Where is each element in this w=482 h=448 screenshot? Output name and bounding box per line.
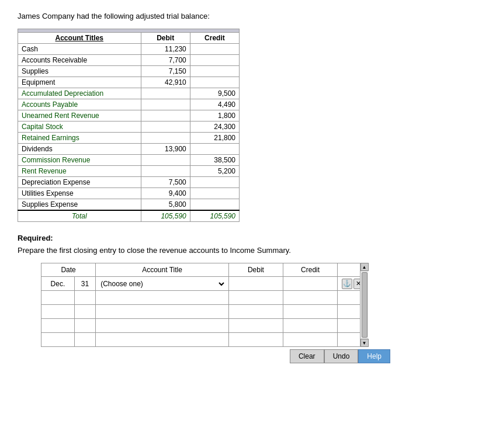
journal-debit[interactable] — [228, 319, 283, 333]
required-section: Required: Prepare the first closing entr… — [18, 234, 464, 255]
total-credit: 105,590 — [190, 210, 239, 222]
journal-debit[interactable] — [228, 305, 283, 319]
table-debit: 11,230 — [141, 44, 190, 55]
table-credit: 1,800 — [190, 110, 239, 121]
table-credit — [190, 199, 239, 211]
table-credit — [190, 144, 239, 155]
prepare-text: Prepare the first closing entry to close… — [18, 246, 464, 255]
journal-debit[interactable] — [228, 277, 283, 291]
table-credit: 24,300 — [190, 121, 239, 133]
table-credit: 9,500 — [190, 88, 239, 99]
table-credit — [190, 44, 239, 55]
journal-table: Date Account Title Debit Credit Dec. 31 … — [41, 263, 368, 347]
table-row: Accounts Receivable — [18, 55, 141, 66]
account-title-cell-empty[interactable] — [96, 305, 229, 319]
table-debit: 7,150 — [141, 66, 190, 77]
trial-balance-section: Account Titles Debit Credit Cash 11,230 … — [18, 29, 464, 222]
table-debit — [141, 110, 190, 121]
table-credit — [190, 177, 239, 188]
table-row: Supplies — [18, 66, 141, 77]
journal-day — [74, 305, 95, 319]
table-debit: 9,400 — [141, 188, 190, 199]
journal-date: Dec. — [41, 277, 75, 291]
table-row: Retained Earnings — [18, 133, 141, 144]
scroll-thumb[interactable] — [362, 272, 367, 338]
table-row: Accumulated Depreciation — [18, 88, 141, 99]
help-button[interactable]: Help — [358, 349, 390, 363]
table-row: Unearned Rent Revenue — [18, 110, 141, 121]
account-title-cell-empty[interactable] — [96, 319, 229, 333]
table-debit — [141, 99, 190, 110]
table-row: Rent Revenue — [18, 166, 141, 177]
journal-debit[interactable] — [228, 333, 283, 347]
table-credit: 4,490 — [190, 99, 239, 110]
table-row: Depreciation Expense — [18, 177, 141, 188]
table-row: Cash — [18, 44, 141, 55]
journal-wrapper: Date Account Title Debit Credit Dec. 31 … — [41, 263, 464, 347]
table-row: Accounts Payable — [18, 99, 141, 110]
table-credit — [190, 66, 239, 77]
total-debit: 105,590 — [141, 210, 190, 222]
account-title-cell-empty[interactable] — [96, 333, 229, 347]
table-debit: 42,910 — [141, 77, 190, 88]
undo-button[interactable]: Undo — [324, 349, 359, 363]
table-row: Utilities Expense — [18, 188, 141, 199]
journal-day — [74, 333, 95, 347]
journal-col-credit: Credit — [283, 263, 338, 277]
journal-day — [74, 319, 95, 333]
table-credit: 21,800 — [190, 133, 239, 144]
journal-col-debit: Debit — [228, 263, 283, 277]
table-debit — [141, 166, 190, 177]
journal-credit[interactable] — [283, 319, 338, 333]
journal-debit[interactable] — [228, 291, 283, 305]
col-header-account: Account Titles — [18, 33, 141, 44]
scroll-up-arrow[interactable]: ▲ — [360, 263, 369, 271]
table-row: Dividends — [18, 144, 141, 155]
col-header-debit: Debit — [141, 33, 190, 44]
table-credit: 5,200 — [190, 166, 239, 177]
table-row: Capital Stock — [18, 121, 141, 133]
journal-day: 31 — [74, 277, 95, 291]
col-header-credit: Credit — [190, 33, 239, 44]
journal-date — [41, 305, 75, 319]
scroll-down-arrow[interactable]: ▼ — [360, 339, 369, 347]
table-credit — [190, 188, 239, 199]
total-label: Total — [18, 210, 141, 222]
journal-credit[interactable] — [283, 277, 338, 291]
account-title-cell[interactable]: (Choose one)CashAccounts ReceivableSuppl… — [96, 277, 229, 291]
table-debit: 7,500 — [141, 177, 190, 188]
journal-date — [41, 291, 75, 305]
table-debit — [141, 88, 190, 99]
anchor-icon[interactable]: ⚓ — [342, 279, 352, 289]
table-debit: 5,800 — [141, 199, 190, 211]
account-select[interactable]: (Choose one)CashAccounts ReceivableSuppl… — [98, 279, 226, 289]
table-debit: 7,700 — [141, 55, 190, 66]
account-title-cell-empty[interactable] — [96, 291, 229, 305]
clear-button[interactable]: Clear — [290, 349, 324, 363]
table-credit: 38,500 — [190, 155, 239, 166]
journal-credit[interactable] — [283, 333, 338, 347]
table-debit — [141, 155, 190, 166]
journal-date — [41, 319, 75, 333]
table-row: Commission Revenue — [18, 155, 141, 166]
table-row: Supplies Expense — [18, 199, 141, 211]
scrollbar[interactable]: ▲ ▼ — [360, 263, 368, 347]
required-label: Required: — [18, 234, 464, 242]
table-debit — [141, 121, 190, 133]
journal-credit[interactable] — [283, 291, 338, 305]
table-credit — [190, 77, 239, 88]
table-debit — [141, 133, 190, 144]
journal-col-account: Account Title — [96, 263, 229, 277]
journal-date — [41, 333, 75, 347]
journal-credit[interactable] — [283, 305, 338, 319]
table-credit — [190, 55, 239, 66]
intro-text: James Company had the following adjusted… — [18, 12, 464, 20]
journal-day — [74, 291, 95, 305]
journal-col-date: Date — [41, 263, 96, 277]
table-row: Equipment — [18, 77, 141, 88]
table-debit: 13,900 — [141, 144, 190, 155]
trial-balance-table: Account Titles Debit Credit Cash 11,230 … — [18, 29, 240, 222]
